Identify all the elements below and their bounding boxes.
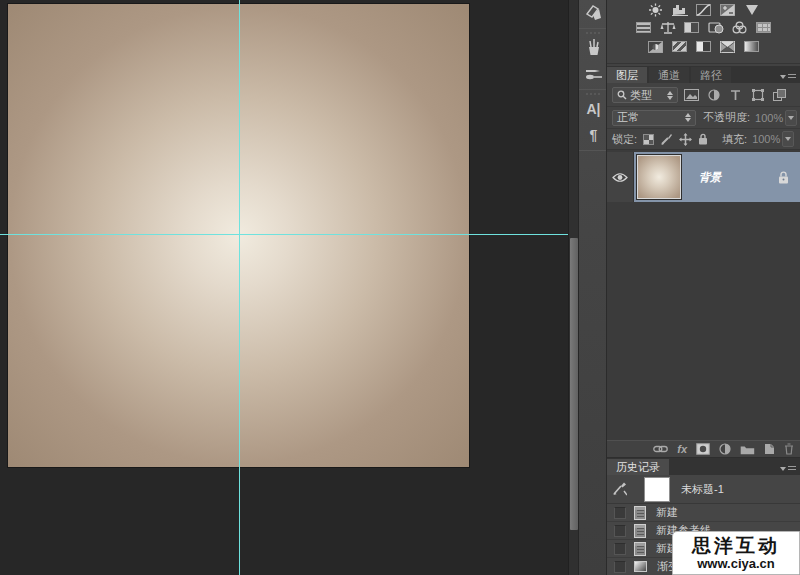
tab-channels[interactable]: 通道 <box>649 67 689 83</box>
color-lookup-icon[interactable] <box>755 21 772 34</box>
watermark-url: www.ciya.cn <box>697 556 775 571</box>
canvas-pasteboard[interactable] <box>0 0 568 575</box>
layer-mask-icon[interactable] <box>696 443 710 455</box>
menu-lines-icon <box>788 74 796 80</box>
history-source-well[interactable] <box>614 525 626 537</box>
delete-layer-icon[interactable] <box>784 443 794 455</box>
history-source-well[interactable] <box>614 543 626 555</box>
posterize-icon[interactable] <box>671 40 688 53</box>
opacity-label: 不透明度: <box>703 110 750 125</box>
filter-image-icon[interactable] <box>683 88 700 103</box>
filter-type-icon[interactable] <box>727 88 744 103</box>
history-item-label[interactable]: 新建 <box>656 505 678 520</box>
new-adjustment-layer-icon[interactable] <box>719 443 731 455</box>
chevron-down-icon <box>788 116 794 120</box>
dock-divider <box>579 28 606 29</box>
clone-source-icon[interactable] <box>579 0 608 26</box>
chevron-down-icon <box>785 137 791 141</box>
layer-style-icon[interactable]: fx <box>677 443 687 455</box>
updown-arrows-icon <box>681 113 691 122</box>
paragraph-glyph: ¶ <box>590 127 598 143</box>
filter-kind-select[interactable]: 类型 <box>612 87 678 103</box>
levels-icon[interactable] <box>671 3 688 16</box>
color-balance-icon[interactable] <box>659 21 676 34</box>
paragraph-panel-icon[interactable]: ¶ <box>579 122 608 148</box>
layer-thumbnail[interactable] <box>637 155 681 199</box>
curves-icon[interactable] <box>695 3 712 16</box>
watermark-title: 思洋互动 <box>692 536 780 556</box>
blend-mode-select[interactable]: 正常 <box>612 110 696 126</box>
snapshot-thumbnail[interactable] <box>644 477 670 502</box>
eye-icon <box>612 172 628 183</box>
invert-icon[interactable] <box>647 40 664 53</box>
gradient-step-icon <box>634 561 647 572</box>
background-layer-row[interactable]: 背景 <box>607 152 800 202</box>
filter-kind-label: 类型 <box>630 88 652 103</box>
vertical-guide[interactable] <box>239 0 240 575</box>
blend-mode-value: 正常 <box>617 110 639 125</box>
filter-shape-icon[interactable] <box>749 88 766 103</box>
history-panel-menu-button[interactable] <box>780 466 796 472</box>
history-source-well[interactable] <box>614 561 626 573</box>
link-layers-icon[interactable] <box>653 445 668 453</box>
fill-label: 填充: <box>722 132 747 147</box>
dock-divider <box>579 150 606 151</box>
filter-smart-object-icon[interactable] <box>771 88 788 103</box>
opacity-dropdown-button[interactable] <box>785 110 797 126</box>
character-panel-icon[interactable]: A| <box>579 96 608 122</box>
layer-name[interactable]: 背景 <box>699 170 721 185</box>
brush-presets-icon[interactable] <box>579 35 608 61</box>
filter-adjustment-icon[interactable] <box>705 88 722 103</box>
lock-position-icon[interactable] <box>679 133 692 146</box>
opacity-value[interactable]: 100% <box>755 112 783 124</box>
threshold-icon[interactable] <box>695 40 712 53</box>
layer-visibility-cell[interactable] <box>607 152 634 202</box>
lock-image-pixels-icon[interactable] <box>660 133 673 146</box>
history-snapshot-row[interactable]: 未标题-1 <box>607 475 800 504</box>
chevron-down-icon <box>780 75 786 79</box>
lock-all-icon[interactable] <box>698 133 708 145</box>
search-icon <box>617 90 627 100</box>
snapshot-name[interactable]: 未标题-1 <box>681 482 724 497</box>
history-item[interactable]: 新建 <box>607 504 800 522</box>
photo-filter-icon[interactable] <box>707 21 724 34</box>
brightness-contrast-icon[interactable] <box>647 3 664 16</box>
layer-locked-icon <box>778 171 789 184</box>
channel-mixer-icon[interactable] <box>731 21 748 34</box>
vibrance-icon[interactable] <box>743 3 760 16</box>
dock-divider <box>579 89 606 90</box>
layers-action-bar: fx <box>607 440 800 458</box>
exposure-icon[interactable] <box>719 3 736 16</box>
watermark: 思洋互动 www.ciya.cn <box>672 531 800 575</box>
tab-history[interactable]: 历史记录 <box>607 459 669 475</box>
menu-lines-icon <box>788 466 796 472</box>
tab-paths[interactable]: 路径 <box>691 67 731 83</box>
horizontal-guide[interactable] <box>0 234 568 235</box>
layer-filter-row: 类型 <box>607 84 800 107</box>
black-white-icon[interactable] <box>683 21 700 34</box>
lock-label: 锁定: <box>612 132 637 147</box>
lock-transparent-pixels-icon[interactable] <box>643 134 654 145</box>
new-layer-icon[interactable] <box>764 443 775 455</box>
history-source-well[interactable] <box>614 507 626 519</box>
new-guide-icon <box>634 524 646 538</box>
collapsed-panel-dock: A| ¶ <box>578 0 607 575</box>
lock-row: 锁定: 填充: 100% <box>607 129 800 150</box>
fill-dropdown-button[interactable] <box>782 131 794 147</box>
layers-panel-menu-button[interactable] <box>780 74 796 80</box>
fill-value[interactable]: 100% <box>752 133 780 145</box>
vertical-scrollbar[interactable] <box>568 0 578 575</box>
updown-arrows-icon <box>663 91 673 100</box>
history-brush-source-icon[interactable] <box>612 482 627 496</box>
selective-color-icon[interactable] <box>743 40 760 53</box>
hue-saturation-icon[interactable] <box>635 21 652 34</box>
history-tabbar: 历史记录 <box>607 458 800 475</box>
new-group-icon[interactable] <box>740 444 755 455</box>
tab-layers[interactable]: 图层 <box>607 67 647 83</box>
tool-presets-icon[interactable] <box>579 61 608 87</box>
character-glyph: A| <box>586 101 600 117</box>
scrollbar-thumb[interactable] <box>570 238 578 530</box>
gradient-map-icon[interactable] <box>719 40 736 53</box>
layer-list[interactable]: 背景 <box>607 150 800 440</box>
blend-mode-row: 正常 不透明度: 100% <box>607 107 800 129</box>
